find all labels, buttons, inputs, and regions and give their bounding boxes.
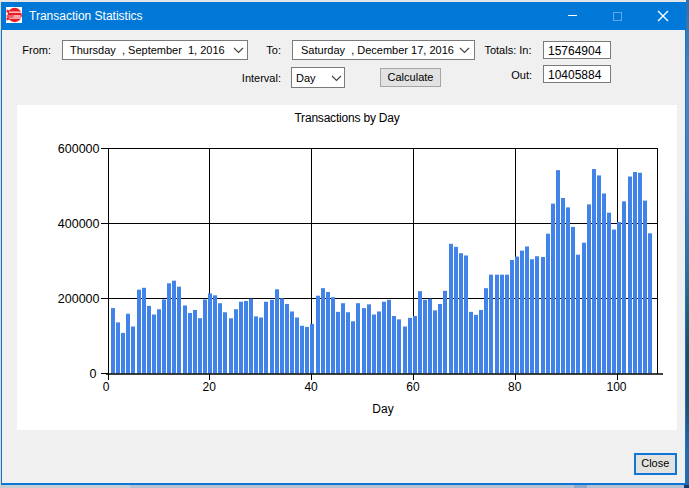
svg-text:100: 100 [606, 380, 626, 394]
svg-text:600000: 600000 [58, 142, 100, 156]
svg-text:60: 60 [406, 380, 420, 394]
svg-text:Day: Day [372, 402, 393, 416]
svg-text:80: 80 [508, 380, 522, 394]
svg-text:400000: 400000 [58, 217, 100, 231]
svg-text:40: 40 [304, 380, 318, 394]
svg-text:0: 0 [90, 367, 97, 381]
svg-text:20: 20 [203, 380, 217, 394]
svg-text:Transactions by Day: Transactions by Day [294, 111, 399, 125]
svg-text:200000: 200000 [58, 292, 100, 306]
svg-text:0: 0 [103, 380, 110, 394]
